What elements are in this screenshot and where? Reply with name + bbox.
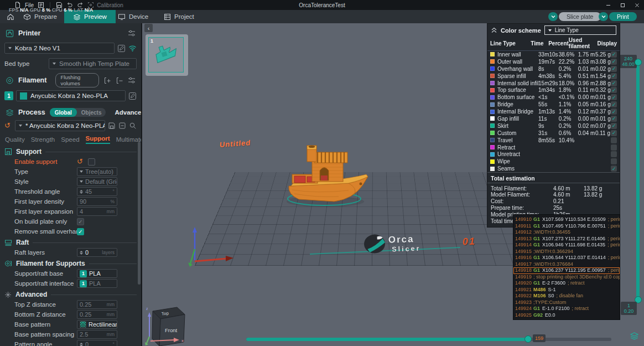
spin-up-icon[interactable] — [80, 251, 83, 252]
navigation-cube[interactable]: Top Front z x — [145, 302, 190, 346]
left-panel-scrollbar[interactable] — [138, 142, 141, 285]
gcode-line[interactable]: 149910G1X107.569 Y110.534 E.01509; perim… — [513, 216, 620, 223]
spinner-box[interactable]: 0layers — [77, 248, 117, 257]
printer-settings-icon[interactable] — [128, 30, 136, 37]
input-box[interactable]: 4mm — [77, 207, 117, 216]
spin-down-icon[interactable] — [80, 253, 83, 255]
display-checkbox[interactable] — [611, 137, 617, 143]
param-tab-support[interactable]: Support — [86, 135, 110, 144]
display-checkbox[interactable] — [611, 151, 617, 157]
display-checkbox[interactable] — [611, 158, 617, 164]
spinner-box[interactable]: 0° — [77, 340, 117, 346]
spinner-arrows[interactable] — [80, 343, 83, 346]
spinner-arrows[interactable] — [80, 190, 83, 194]
move-slider-handle[interactable] — [524, 335, 532, 343]
benchy-model[interactable] — [283, 144, 373, 209]
param-tab-quality[interactable]: Quality — [5, 136, 25, 143]
edit-printer-icon[interactable] — [117, 44, 126, 53]
scope-global[interactable]: Global — [50, 108, 77, 117]
gcode-line[interactable]: 149922M106S0; disable fan — [513, 293, 620, 299]
display-checkbox[interactable]: ✓ — [611, 51, 617, 58]
plate-thumbnail[interactable]: 1 — [148, 37, 184, 73]
close-button[interactable] — [630, 0, 644, 10]
view-mode-select[interactable]: Line Type — [544, 25, 616, 35]
spinner-box[interactable]: 45° — [77, 187, 117, 196]
plate-name-tag[interactable]: Untitled — [220, 138, 251, 149]
gcode-line[interactable]: 149916G1X106.544 Y112.037 E.01414; perim… — [513, 255, 620, 261]
add-filament-icon[interactable] — [103, 77, 111, 84]
delete-preset-icon[interactable] — [118, 122, 126, 130]
printer-preset-select[interactable]: Kobra 2 Neo V1 — [4, 43, 115, 54]
search-icon[interactable] — [129, 122, 137, 130]
display-checkbox[interactable]: ✓ — [611, 87, 617, 93]
bed-type-select[interactable]: Smooth High Temp Plate — [49, 58, 137, 69]
revert-process-icon[interactable]: ↺ — [4, 122, 12, 129]
process-preset-select[interactable]: * Anycubic Kobra 2 Neo-PLA — [15, 120, 105, 131]
display-checkbox[interactable]: ✓ — [611, 166, 617, 172]
input-box[interactable]: 2.5mm — [77, 330, 117, 339]
edit-filament-icon[interactable] — [128, 92, 137, 100]
gcode-line[interactable]: 149917;WIDTH:0.376684 — [513, 261, 620, 268]
print-button[interactable]: Print — [609, 12, 637, 21]
checkbox[interactable]: ✓ — [77, 228, 84, 235]
filament-select[interactable]: 1PLA — [77, 279, 117, 288]
gcode-line[interactable]: 149920G1E-2 F3600; retract — [513, 280, 620, 287]
param-tab-speed[interactable]: Speed — [61, 136, 79, 143]
gcode-line[interactable]: 149925G92E0.0 — [513, 312, 620, 319]
select-box[interactable]: Tree(auto) — [77, 167, 117, 176]
collapse-thumbnails-button[interactable]: ‹ — [144, 24, 153, 32]
spin-up-icon[interactable] — [80, 343, 83, 344]
display-checkbox[interactable]: ✓ — [611, 66, 617, 72]
slice-options-button[interactable] — [548, 12, 558, 21]
flushing-volumes-button[interactable]: Flushing volumes — [55, 73, 99, 87]
gcode-line[interactable]: 149911G1X107.495 Y110.796 E.00751; perim… — [513, 223, 620, 230]
filament-select[interactable]: 1PLA — [77, 269, 117, 278]
display-checkbox[interactable]: ✓ — [611, 94, 617, 100]
display-checkbox[interactable]: ✓ — [611, 73, 617, 79]
tab-device[interactable]: Device — [112, 10, 154, 23]
filament-preset-select[interactable]: Anycubic Kobra 2 Neo-PLA — [16, 90, 126, 101]
print-options-button[interactable] — [599, 12, 608, 21]
input-box[interactable]: 90% — [77, 197, 117, 206]
remove-filament-icon[interactable] — [116, 77, 123, 84]
display-checkbox[interactable]: ✓ — [611, 59, 617, 65]
gcode-line[interactable]: 149924G1E-1.0 F2100; retract — [513, 306, 620, 312]
scope-objects[interactable]: Objects — [77, 110, 106, 116]
input-box[interactable]: 0.25mm — [77, 310, 117, 319]
filament-settings-icon[interactable] — [128, 77, 136, 84]
gcode-line[interactable]: 149915;WIDTH:0.366294 — [513, 249, 620, 255]
select-box[interactable]: Default (Grid... — [77, 177, 117, 186]
spin-down-icon[interactable] — [80, 192, 83, 194]
layer-slider-top-handle[interactable] — [635, 59, 642, 66]
collapse-panel-icon[interactable] — [491, 27, 497, 33]
layer-slider-track[interactable] — [636, 62, 640, 299]
move-slider-track[interactable] — [246, 338, 611, 341]
revert-icon[interactable]: ↺ — [77, 158, 85, 165]
pattern-select[interactable]: Rectilinear — [77, 320, 117, 329]
minimize-button[interactable] — [601, 0, 615, 10]
wifi-icon[interactable] — [128, 45, 137, 51]
filament-slot-badge[interactable]: 1 — [4, 91, 13, 100]
maximize-button[interactable] — [615, 0, 630, 10]
display-checkbox[interactable]: ✓ — [611, 101, 617, 107]
gcode-line[interactable]: 149921M486S-1 — [513, 287, 620, 293]
gcode-line[interactable]: 149912;WIDTH:0.36455 — [513, 229, 620, 236]
tab-project[interactable]: Project — [158, 10, 200, 23]
input-box[interactable]: 0.25mm — [77, 300, 117, 309]
checkbox[interactable] — [88, 158, 95, 166]
slice-plate-button[interactable]: Slice plate — [559, 12, 601, 21]
param-tab-strength[interactable]: Strength — [31, 136, 55, 143]
spinner-arrows[interactable] — [80, 251, 83, 255]
save-preset-icon[interactable] — [108, 122, 116, 130]
display-checkbox[interactable]: ✓ — [611, 130, 617, 136]
spin-up-icon[interactable] — [80, 190, 83, 192]
calibration-menu[interactable]: Calibration — [97, 2, 123, 8]
gcode-line[interactable]: 149919; stop printing object 3DBenchy id… — [513, 274, 620, 281]
display-checkbox[interactable] — [611, 144, 617, 151]
gcode-line[interactable]: 149914G1X106.946 Y111.698 E.01435; perim… — [513, 242, 620, 249]
filament-color-swatch[interactable] — [20, 92, 27, 100]
gcode-line[interactable]: 149918G1X106.237 Y112.195 E.00957; perim… — [513, 267, 620, 274]
display-checkbox[interactable]: ✓ — [611, 109, 617, 115]
layers-view-button[interactable] — [630, 331, 639, 340]
display-checkbox[interactable]: ✓ — [611, 80, 617, 86]
